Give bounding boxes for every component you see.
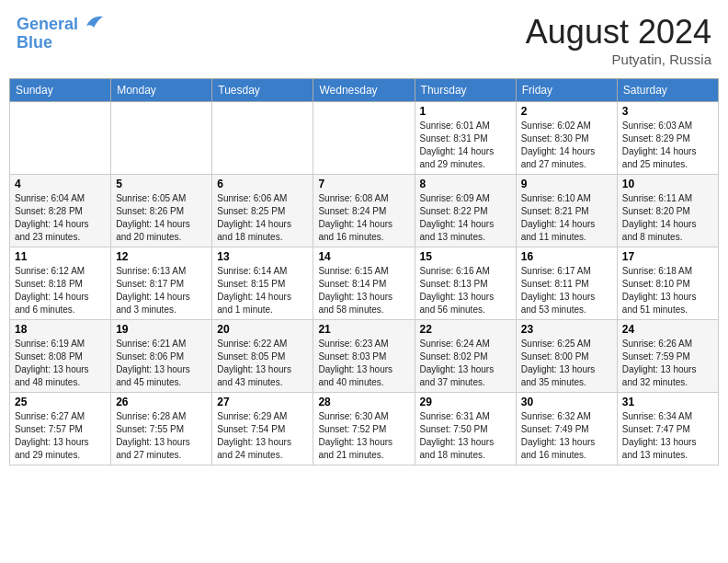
day-info: Sunrise: 6:24 AM Sunset: 8:02 PM Dayligh… [420, 338, 511, 389]
weekday-header-thursday: Thursday [415, 79, 516, 102]
day-number: 12 [116, 250, 207, 263]
weekday-header-saturday: Saturday [617, 79, 718, 102]
calendar-cell: 2Sunrise: 6:02 AM Sunset: 8:30 PM Daylig… [516, 102, 617, 175]
day-number: 27 [217, 396, 308, 408]
weekday-header-monday: Monday [111, 79, 212, 102]
day-info: Sunrise: 6:12 AM Sunset: 8:18 PM Dayligh… [15, 265, 106, 316]
calendar-cell [10, 102, 111, 175]
day-number: 17 [622, 250, 713, 263]
day-info: Sunrise: 6:09 AM Sunset: 8:22 PM Dayligh… [420, 192, 511, 244]
day-info: Sunrise: 6:28 AM Sunset: 7:55 PM Dayligh… [116, 410, 207, 462]
day-info: Sunrise: 6:01 AM Sunset: 8:31 PM Dayligh… [420, 120, 511, 171]
calendar-cell: 17Sunrise: 6:18 AM Sunset: 8:10 PM Dayli… [617, 247, 718, 320]
day-number: 1 [420, 105, 511, 118]
page-header: General Blue August 2024 Putyatin, Russi… [9, 9, 719, 71]
calendar-cell: 19Sunrise: 6:21 AM Sunset: 8:06 PM Dayli… [111, 320, 212, 393]
day-info: Sunrise: 6:30 AM Sunset: 7:52 PM Dayligh… [318, 410, 409, 462]
weekday-header-row: SundayMondayTuesdayWednesdayThursdayFrid… [10, 79, 719, 102]
title-block: August 2024 Putyatin, Russia [526, 13, 711, 67]
calendar-cell [313, 102, 415, 175]
logo-bird-icon [85, 13, 105, 29]
calendar-cell: 15Sunrise: 6:16 AM Sunset: 8:13 PM Dayli… [415, 247, 516, 320]
day-number: 14 [318, 250, 409, 263]
calendar-week-1: 1Sunrise: 6:01 AM Sunset: 8:31 PM Daylig… [10, 102, 719, 175]
calendar-cell: 3Sunrise: 6:03 AM Sunset: 8:29 PM Daylig… [617, 102, 718, 175]
calendar-cell: 24Sunrise: 6:26 AM Sunset: 7:59 PM Dayli… [617, 320, 718, 393]
day-info: Sunrise: 6:14 AM Sunset: 8:15 PM Dayligh… [217, 265, 308, 316]
day-info: Sunrise: 6:23 AM Sunset: 8:03 PM Dayligh… [318, 338, 409, 389]
calendar-cell: 31Sunrise: 6:34 AM Sunset: 7:47 PM Dayli… [617, 393, 718, 465]
logo-blue: Blue [17, 33, 52, 52]
day-number: 30 [521, 396, 612, 408]
day-info: Sunrise: 6:17 AM Sunset: 8:11 PM Dayligh… [521, 265, 612, 316]
day-info: Sunrise: 6:21 AM Sunset: 8:06 PM Dayligh… [116, 338, 207, 389]
calendar-cell: 11Sunrise: 6:12 AM Sunset: 8:18 PM Dayli… [10, 247, 111, 320]
calendar-cell: 18Sunrise: 6:19 AM Sunset: 8:08 PM Dayli… [10, 320, 111, 393]
day-number: 9 [521, 178, 612, 190]
day-number: 2 [521, 105, 612, 118]
weekday-header-tuesday: Tuesday [212, 79, 313, 102]
day-number: 22 [420, 323, 511, 336]
calendar-cell: 10Sunrise: 6:11 AM Sunset: 8:20 PM Dayli… [617, 175, 718, 247]
day-number: 15 [420, 250, 511, 263]
calendar-cell: 21Sunrise: 6:23 AM Sunset: 8:03 PM Dayli… [313, 320, 415, 393]
calendar-cell: 5Sunrise: 6:05 AM Sunset: 8:26 PM Daylig… [111, 175, 212, 247]
day-info: Sunrise: 6:02 AM Sunset: 8:30 PM Dayligh… [521, 120, 612, 171]
day-info: Sunrise: 6:13 AM Sunset: 8:17 PM Dayligh… [116, 265, 207, 316]
calendar-cell: 9Sunrise: 6:10 AM Sunset: 8:21 PM Daylig… [516, 175, 617, 247]
day-number: 20 [217, 323, 308, 336]
calendar-cell: 4Sunrise: 6:04 AM Sunset: 8:28 PM Daylig… [10, 175, 111, 247]
day-number: 29 [420, 396, 511, 408]
calendar-cell: 30Sunrise: 6:32 AM Sunset: 7:49 PM Dayli… [516, 393, 617, 465]
day-info: Sunrise: 6:05 AM Sunset: 8:26 PM Dayligh… [116, 192, 207, 244]
day-number: 7 [318, 178, 409, 190]
calendar-cell: 20Sunrise: 6:22 AM Sunset: 8:05 PM Dayli… [212, 320, 313, 393]
calendar-week-3: 11Sunrise: 6:12 AM Sunset: 8:18 PM Dayli… [10, 247, 719, 320]
day-info: Sunrise: 6:19 AM Sunset: 8:08 PM Dayligh… [15, 338, 106, 389]
day-number: 3 [622, 105, 713, 118]
calendar-week-4: 18Sunrise: 6:19 AM Sunset: 8:08 PM Dayli… [10, 320, 719, 393]
calendar-cell: 14Sunrise: 6:15 AM Sunset: 8:14 PM Dayli… [313, 247, 415, 320]
day-number: 26 [116, 396, 207, 408]
day-number: 21 [318, 323, 409, 336]
logo-general: General [17, 15, 78, 33]
calendar-cell [212, 102, 313, 175]
day-number: 23 [521, 323, 612, 336]
day-number: 18 [15, 323, 106, 336]
calendar-cell: 16Sunrise: 6:17 AM Sunset: 8:11 PM Dayli… [516, 247, 617, 320]
day-number: 16 [521, 250, 612, 263]
day-info: Sunrise: 6:25 AM Sunset: 8:00 PM Dayligh… [521, 338, 612, 389]
day-info: Sunrise: 6:27 AM Sunset: 7:57 PM Dayligh… [15, 410, 106, 462]
day-info: Sunrise: 6:08 AM Sunset: 8:24 PM Dayligh… [318, 192, 409, 244]
month-title: August 2024 [526, 13, 711, 52]
day-number: 8 [420, 178, 511, 190]
weekday-header-friday: Friday [516, 79, 617, 102]
calendar-cell: 25Sunrise: 6:27 AM Sunset: 7:57 PM Dayli… [10, 393, 111, 465]
day-info: Sunrise: 6:32 AM Sunset: 7:49 PM Dayligh… [521, 410, 612, 462]
day-number: 19 [116, 323, 207, 336]
day-number: 5 [116, 178, 207, 190]
day-number: 10 [622, 178, 713, 190]
day-info: Sunrise: 6:31 AM Sunset: 7:50 PM Dayligh… [420, 410, 511, 462]
day-number: 31 [622, 396, 713, 408]
day-info: Sunrise: 6:06 AM Sunset: 8:25 PM Dayligh… [217, 192, 308, 244]
day-info: Sunrise: 6:34 AM Sunset: 7:47 PM Dayligh… [622, 410, 713, 462]
calendar-week-5: 25Sunrise: 6:27 AM Sunset: 7:57 PM Dayli… [10, 393, 719, 465]
day-info: Sunrise: 6:26 AM Sunset: 7:59 PM Dayligh… [622, 338, 713, 389]
day-info: Sunrise: 6:04 AM Sunset: 8:28 PM Dayligh… [15, 192, 106, 244]
calendar-cell: 1Sunrise: 6:01 AM Sunset: 8:31 PM Daylig… [415, 102, 516, 175]
day-number: 11 [15, 250, 106, 263]
day-info: Sunrise: 6:18 AM Sunset: 8:10 PM Dayligh… [622, 265, 713, 316]
calendar-cell: 7Sunrise: 6:08 AM Sunset: 8:24 PM Daylig… [313, 175, 415, 247]
day-info: Sunrise: 6:10 AM Sunset: 8:21 PM Dayligh… [521, 192, 612, 244]
calendar-cell [111, 102, 212, 175]
calendar-cell: 13Sunrise: 6:14 AM Sunset: 8:15 PM Dayli… [212, 247, 313, 320]
day-number: 13 [217, 250, 308, 263]
day-info: Sunrise: 6:03 AM Sunset: 8:29 PM Dayligh… [622, 120, 713, 171]
day-number: 24 [622, 323, 713, 336]
calendar-cell: 6Sunrise: 6:06 AM Sunset: 8:25 PM Daylig… [212, 175, 313, 247]
calendar-cell: 27Sunrise: 6:29 AM Sunset: 7:54 PM Dayli… [212, 393, 313, 465]
day-number: 6 [217, 178, 308, 190]
calendar-cell: 28Sunrise: 6:30 AM Sunset: 7:52 PM Dayli… [313, 393, 415, 465]
day-number: 4 [15, 178, 106, 190]
